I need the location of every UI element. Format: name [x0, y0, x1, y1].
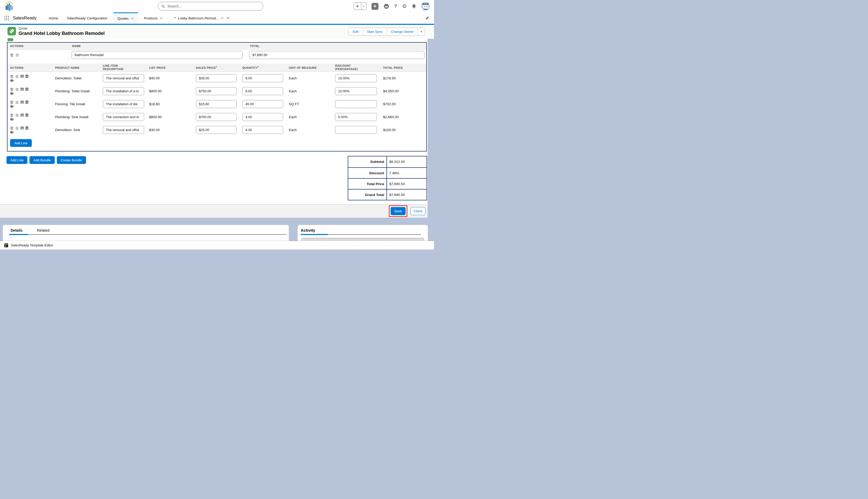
line-clipboard-search-icon[interactable] [25, 87, 28, 91]
description-input[interactable] [103, 74, 144, 82]
chevron-down-icon[interactable] [221, 17, 224, 19]
save-button[interactable]: Save [391, 207, 406, 215]
line-clipboard-search-icon[interactable] [25, 100, 28, 104]
global-actions-plus-icon[interactable]: + [372, 3, 378, 10]
line-note-icon[interactable] [21, 113, 24, 117]
close-tab-icon[interactable]: ✕ [227, 16, 230, 20]
line-clipboard-search-icon[interactable] [25, 126, 28, 130]
delete-line-trash-icon[interactable] [10, 126, 13, 130]
line-comments-icon[interactable] [10, 80, 14, 83]
line-comments-icon[interactable] [10, 118, 14, 122]
activity-title: Activity [301, 228, 315, 233]
line-clipboard-search-icon[interactable] [25, 113, 28, 117]
delete-group-trash-icon[interactable] [10, 53, 13, 57]
discount-input[interactable] [335, 126, 377, 134]
line-menu-icon[interactable] [15, 75, 18, 78]
template-editor-icon [4, 243, 8, 247]
discount-input[interactable] [335, 87, 377, 95]
line-note-icon[interactable] [21, 75, 24, 78]
workspace-tab-lobby-bathroom-remodel[interactable]: * Lobby Bathroom Remod... ✕ [174, 12, 230, 24]
discount-input[interactable] [335, 74, 377, 82]
sales-price-input[interactable] [196, 113, 237, 121]
line-menu-icon[interactable] [15, 101, 18, 104]
start-sync-button[interactable]: Start Sync [363, 28, 387, 35]
sales-price-input[interactable] [196, 74, 237, 82]
line-menu-icon[interactable] [15, 114, 18, 117]
unit-of-measure: Each [289, 124, 297, 136]
quantity-input[interactable] [242, 113, 283, 121]
sales-price-input[interactable] [196, 100, 237, 108]
line-clipboard-search-icon[interactable] [25, 74, 28, 78]
nav-item-products[interactable]: Products [144, 16, 163, 20]
help-icon[interactable]: ? [394, 3, 397, 9]
quantity-input[interactable] [242, 100, 283, 108]
col-total: Total [250, 42, 260, 50]
line-item-row: Demolition: Sink $30.00 Each $100.00 [8, 124, 426, 136]
description-input[interactable] [103, 113, 144, 121]
trailhead-icon[interactable] [383, 4, 389, 9]
add-line-button[interactable]: Add Line [10, 139, 32, 147]
line-note-icon[interactable] [21, 100, 24, 104]
user-avatar[interactable] [421, 2, 430, 11]
discount-input[interactable] [335, 113, 377, 121]
line-comments-icon[interactable] [10, 92, 14, 96]
unit-of-measure: Each [289, 85, 297, 98]
active-tab-underline [301, 234, 328, 235]
discount-input[interactable] [335, 100, 377, 108]
delete-line-trash-icon[interactable] [10, 100, 13, 104]
description-input[interactable] [103, 87, 144, 95]
sales-price-input[interactable] [196, 126, 237, 134]
list-price: $800.00 [149, 111, 162, 124]
nav-item-salesready-configuration[interactable]: SalesReady Configuration [67, 16, 108, 20]
add-bundle-button[interactable]: Add Bundle [29, 156, 54, 164]
clone-button[interactable]: Clone [411, 207, 426, 215]
star-icon[interactable]: ★ [354, 3, 361, 10]
delete-line-trash-icon[interactable] [10, 88, 13, 91]
page-title: Grand Hotel Lobby Bathroom Remodel [18, 31, 105, 36]
edit-page-pencil-icon[interactable] [425, 16, 429, 20]
utility-item-template-editor[interactable]: SalesReady Template Editor [11, 243, 53, 247]
tab-related[interactable]: Related [37, 228, 49, 232]
activity-panel: Activity [298, 225, 428, 241]
app-name: SalesReady [13, 15, 37, 21]
nav-item-home[interactable]: Home [49, 16, 58, 20]
more-actions-dropdown-icon[interactable]: ▼ [418, 28, 425, 35]
search-input[interactable] [167, 4, 263, 8]
create-bundle-button[interactable]: Create Bundle [57, 156, 86, 164]
change-owner-button[interactable]: Change Owner [387, 28, 418, 35]
quantity-input[interactable] [242, 87, 283, 95]
activity-subpanel-top [301, 238, 424, 241]
favorites-button[interactable]: ★ ▾ [354, 3, 367, 10]
line-comments-icon[interactable] [10, 105, 14, 109]
group-name-input[interactable] [72, 51, 242, 59]
col-discount-percentage: Discount (Percentage) [335, 64, 368, 71]
line-items-header: Actions Product Name Line Item Descripti… [8, 64, 426, 72]
description-input[interactable] [103, 126, 144, 134]
line-comments-icon[interactable] [10, 131, 14, 134]
group-total-input[interactable] [249, 51, 425, 59]
line-note-icon[interactable] [21, 126, 24, 130]
app-launcher-waffle-icon[interactable] [4, 15, 9, 21]
line-menu-icon[interactable] [15, 127, 18, 130]
edit-button[interactable]: Edit [349, 28, 363, 35]
line-note-icon[interactable] [21, 88, 24, 91]
notifications-bell-icon[interactable] [412, 4, 416, 9]
record-actions: Edit Start Sync Change Owner ▼ [348, 28, 425, 36]
line-item-row: Flooring: Tile Install $16.60 SQ FT $702… [8, 98, 426, 111]
description-input[interactable] [103, 100, 144, 108]
col-line-item-description: Line Item Description [103, 64, 132, 71]
quantity-input[interactable] [242, 126, 283, 134]
sales-price-input[interactable] [196, 87, 237, 95]
delete-line-trash-icon[interactable] [10, 75, 13, 78]
tab-details[interactable]: Details [11, 228, 23, 232]
add-line-button[interactable]: Add Line [7, 156, 27, 164]
nav-item-quotes[interactable]: Quotes [113, 12, 138, 24]
line-menu-icon[interactable] [15, 88, 18, 91]
global-search[interactable] [158, 2, 263, 11]
setup-gear-icon[interactable]: ⚙ [402, 3, 407, 9]
group-menu-icon[interactable] [16, 54, 19, 56]
favorites-dropdown-icon[interactable]: ▾ [361, 3, 366, 10]
delete-line-trash-icon[interactable] [10, 113, 13, 117]
quantity-input[interactable] [242, 74, 283, 82]
chevron-down-icon [131, 17, 134, 20]
